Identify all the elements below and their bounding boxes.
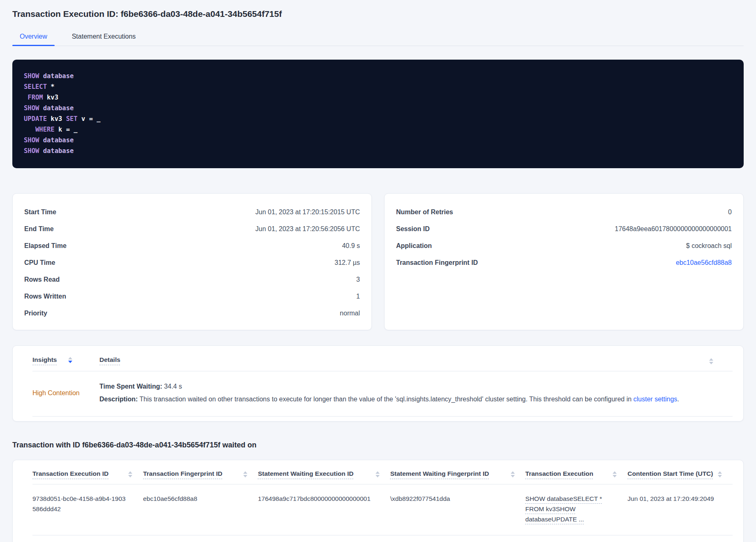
stat-row-elapsed-time: Elapsed Time 40.9 s: [24, 237, 360, 254]
sql-statements-box: SHOW databaseSELECT * FROM kv3SHOW datab…: [12, 60, 744, 168]
col-header-statement-waiting-execution-id[interactable]: Statement Waiting Execution ID: [258, 470, 390, 477]
tab-overview-label: Overview: [20, 33, 47, 40]
transaction-execution-link[interactable]: SHOW databaseSELECT * FROM kv3SHOW datab…: [526, 495, 602, 523]
tab-statement-executions-label: Statement Executions: [72, 33, 136, 40]
stat-value: 0: [728, 208, 732, 216]
waited-on-table-card: Transaction Execution ID Transaction Fin…: [12, 460, 744, 542]
page-title: Transaction Execution ID: f6be6366-da03-…: [12, 9, 744, 19]
sort-icon: [718, 471, 722, 477]
col-header-label: Statement Waiting Execution ID: [258, 470, 354, 477]
insights-column-label: Insights: [32, 356, 57, 364]
cell-transaction-fingerprint-id: ebc10ae56cfd88a8: [143, 493, 258, 524]
cluster-settings-link[interactable]: cluster settings: [634, 396, 678, 403]
stat-label: Priority: [24, 310, 47, 317]
high-contention-badge: High Contention: [32, 389, 80, 397]
stat-value: 40.9 s: [342, 242, 360, 250]
stat-label: Session ID: [396, 225, 430, 233]
time-spent-waiting-value: 34.4 s: [162, 383, 182, 390]
stat-label: Number of Retries: [396, 208, 453, 216]
stat-value: 312.7 µs: [334, 259, 360, 266]
stat-label: Start Time: [24, 208, 56, 216]
stat-value: $ cockroach sql: [686, 242, 732, 250]
cell-statement-waiting-fingerprint-id: \xdb8922f077541dda: [390, 493, 526, 524]
col-header-label: Contention Start Time (UTC): [627, 470, 713, 477]
stat-label: Application: [396, 242, 432, 250]
sort-icon: [243, 471, 247, 477]
sort-icon: [128, 471, 132, 477]
waited-on-table-header: Transaction Execution ID Transaction Fin…: [32, 460, 733, 484]
transaction-details-page: Transaction Execution ID: f6be6366-da03-…: [0, 0, 756, 542]
tab-overview[interactable]: Overview: [12, 30, 55, 46]
time-spent-waiting-line: Time Spent Waiting: 34.4 s: [99, 381, 733, 392]
summary-cards-row: Start Time Jun 01, 2023 at 17:20:15:2015…: [12, 193, 744, 330]
stat-row-application: Application $ cockroach sql: [396, 237, 732, 254]
stat-row-rows-written: Rows Written 1: [24, 288, 360, 305]
tab-bar: Overview Statement Executions: [12, 30, 744, 46]
sort-icon: [376, 471, 380, 477]
col-header-transaction-execution-id[interactable]: Transaction Execution ID: [32, 470, 143, 477]
col-header-statement-waiting-fingerprint-id[interactable]: Statement Waiting Fingerprint ID: [390, 470, 526, 477]
waited-on-table-row: 9738d051-bc0e-4158-a9b4-1903586ddd42 ebc…: [32, 484, 733, 535]
cell-contention-start-time: Jun 01, 2023 at 17:20:49:2049: [627, 493, 733, 524]
col-header-label: Statement Waiting Fingerprint ID: [390, 470, 489, 477]
insight-details-cell: Time Spent Waiting: 34.4 s Description: …: [99, 381, 733, 405]
stat-label: Rows Read: [24, 276, 60, 283]
stat-row-number-of-retries: Number of Retries 0: [396, 204, 732, 220]
cell-statement-waiting-execution-id: 176498a9c717bdc80000000000000001: [258, 493, 390, 524]
stat-label: Rows Written: [24, 293, 66, 300]
stat-row-rows-read: Rows Read 3: [24, 271, 360, 288]
insight-name-cell: High Contention: [32, 381, 99, 405]
sort-icon: [68, 357, 72, 363]
stat-row-session-id: Session ID 17648a9eea6017800000000000000…: [396, 220, 732, 237]
stat-row-cpu-time: CPU Time 312.7 µs: [24, 254, 360, 271]
details-column-header: Details: [99, 356, 120, 364]
cell-transaction-execution-id: 9738d051-bc0e-4158-a9b4-1903586ddd42: [32, 493, 143, 524]
stat-label: Elapsed Time: [24, 242, 67, 250]
stat-row-end-time: End Time Jun 01, 2023 at 17:20:56:2056 U…: [24, 220, 360, 237]
session-stats-card: Number of Retries 0 Session ID 17648a9ee…: [384, 193, 744, 330]
insights-table-header: Insights Details: [32, 346, 733, 371]
description-line: Description: This transaction waited on …: [99, 394, 733, 405]
time-spent-waiting-label: Time Spent Waiting:: [99, 383, 162, 390]
stat-value: 17648a9eea6017800000000000000001: [615, 225, 732, 233]
description-text: This transaction waited on other transac…: [138, 396, 633, 403]
stat-row-transaction-fingerprint-id: Transaction Fingerprint ID ebc10ae56cfd8…: [396, 254, 732, 271]
sort-icon: [613, 471, 617, 477]
insights-column-header[interactable]: Insights: [32, 356, 99, 364]
insights-header-sort[interactable]: [709, 355, 733, 364]
stat-value: Jun 01, 2023 at 17:20:56:2056 UTC: [256, 225, 360, 233]
waited-on-heading: Transaction with ID f6be6366-da03-48de-a…: [12, 441, 744, 449]
stat-value: Jun 01, 2023 at 17:20:15:2015 UTC: [256, 208, 360, 216]
stat-label: CPU Time: [24, 259, 55, 266]
insights-card: Insights Details High Contention Time Sp…: [12, 345, 744, 422]
col-header-transaction-fingerprint-id[interactable]: Transaction Fingerprint ID: [143, 470, 258, 477]
sort-icon: [511, 471, 515, 477]
col-header-contention-start-time[interactable]: Contention Start Time (UTC): [627, 470, 733, 477]
sort-icon: [709, 358, 713, 364]
stat-value: 1: [356, 293, 360, 300]
stat-label: End Time: [24, 225, 54, 233]
col-header-label: Transaction Fingerprint ID: [143, 470, 222, 477]
execution-stats-card: Start Time Jun 01, 2023 at 17:20:15:2015…: [12, 193, 372, 330]
description-label: Description:: [99, 396, 138, 403]
stat-value: normal: [340, 310, 360, 317]
cell-transaction-execution: SHOW databaseSELECT * FROM kv3SHOW datab…: [526, 493, 628, 524]
insight-row: High Contention Time Spent Waiting: 34.4…: [32, 371, 733, 417]
stat-row-start-time: Start Time Jun 01, 2023 at 17:20:15:2015…: [24, 204, 360, 220]
description-suffix: .: [677, 396, 679, 403]
stat-value: 3: [356, 276, 360, 283]
col-header-transaction-execution[interactable]: Transaction Execution: [526, 470, 628, 477]
col-header-label: Transaction Execution: [526, 470, 593, 477]
details-column-label: Details: [99, 356, 120, 363]
tab-statement-executions[interactable]: Statement Executions: [65, 30, 143, 46]
stat-row-priority: Priority normal: [24, 305, 360, 322]
stat-label: Transaction Fingerprint ID: [396, 259, 478, 266]
col-header-label: Transaction Execution ID: [32, 470, 108, 477]
transaction-fingerprint-link[interactable]: ebc10ae56cfd88a8: [676, 259, 732, 266]
